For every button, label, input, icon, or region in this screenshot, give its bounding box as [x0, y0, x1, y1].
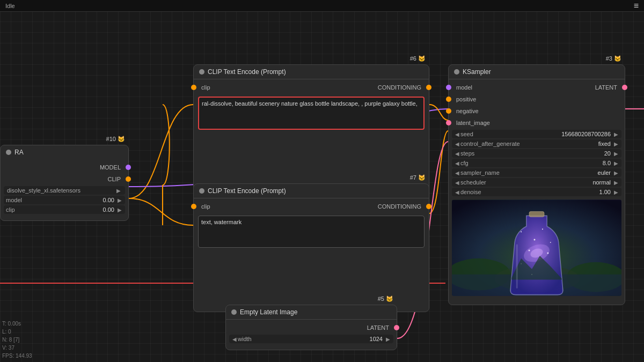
latent-status-dot: [231, 309, 237, 315]
ksampler-badge: #3 🐱: [606, 55, 621, 62]
latent-width-left-arrow[interactable]: ◀: [231, 336, 238, 342]
loader-model-ctrl-value: 0.00: [103, 197, 114, 203]
svg-point-8: [534, 239, 536, 241]
ksampler-scheduler-right-arrow[interactable]: ▶: [613, 180, 619, 186]
ksampler-sampler-control[interactable]: ◀ sampler_name euler ▶: [452, 168, 621, 177]
ksampler-positive-port: positive: [449, 93, 625, 105]
clip-neg-status-dot: [199, 188, 204, 194]
latent-width-value: 1024: [370, 336, 383, 342]
ksampler-seed-label: seed: [460, 131, 559, 137]
svg-point-10: [550, 242, 551, 243]
ksampler-control-after-generate[interactable]: ◀ control_after_generate fixed ▶: [452, 139, 621, 148]
ksampler-sampler-right-arrow[interactable]: ▶: [613, 170, 619, 176]
ksampler-scheduler-control[interactable]: ◀ scheduler normal ▶: [452, 178, 621, 187]
ksampler-steps-right-arrow[interactable]: ▶: [613, 151, 619, 157]
clip-negative-node: #7 🐱 CLIP Text Encode (Prompt) clip COND…: [193, 183, 429, 312]
ksampler-denoise-left-arrow[interactable]: ◀: [454, 189, 460, 195]
ksampler-denoise-value: 1.00: [599, 189, 611, 195]
clip-neg-cond-out-dot[interactable]: [426, 204, 431, 209]
latent-out-label: LATENT: [363, 324, 397, 331]
ksampler-cfg-control[interactable]: ◀ cfg 8.0 ▶: [452, 159, 621, 167]
status-l: L: 0: [2, 328, 32, 336]
ksampler-header: KSampler: [449, 65, 625, 79]
clip-pos-clip-in-dot[interactable]: [191, 85, 196, 90]
ksampler-node: #3 🐱 KSampler model LATENT positive nega…: [448, 64, 625, 305]
ksampler-cag-left-arrow[interactable]: ◀: [454, 141, 460, 147]
clip-pos-cond-out-dot[interactable]: [426, 85, 431, 90]
ksampler-cag-right-arrow[interactable]: ▶: [613, 141, 619, 147]
loader-model-out-dot[interactable]: [126, 165, 131, 170]
ksampler-negative-port: negative: [449, 105, 625, 117]
latent-width-right-arrow[interactable]: ▶: [385, 336, 391, 342]
ksampler-steps-control[interactable]: ◀ steps 20 ▶: [452, 149, 621, 158]
ksampler-cfg-label: cfg: [460, 160, 601, 166]
ksampler-model-in-dot[interactable]: [446, 85, 451, 90]
ksampler-title: KSampler: [463, 68, 491, 76]
loader-status-dot: [6, 150, 11, 155]
loader-model-ctrl-label: model: [6, 197, 101, 203]
ksampler-model-port: model LATENT: [449, 82, 625, 93]
status-v: V: 37: [2, 344, 32, 352]
latent-width-control[interactable]: ◀ width 1024 ▶: [229, 335, 393, 343]
clip-neg-header: CLIP Text Encode (Prompt): [194, 184, 429, 198]
clip-neg-badge: #7 🐱: [410, 174, 426, 181]
ksampler-steps-label: steps: [460, 150, 602, 157]
ksampler-steps-left-arrow[interactable]: ◀: [454, 151, 460, 157]
clip-pos-prompt-textarea[interactable]: [198, 97, 425, 130]
clip-pos-status-dot: [199, 69, 204, 75]
loader-model-port: MODEL: [1, 161, 128, 173]
ksampler-preview: [452, 200, 621, 296]
ksampler-steps-value: 20: [604, 150, 611, 157]
status-n: N: 8 [7]: [2, 336, 32, 344]
latent-out-dot[interactable]: [394, 325, 399, 330]
ksampler-sampler-left-arrow[interactable]: ◀: [454, 170, 460, 176]
ksampler-denoise-right-arrow[interactable]: ▶: [613, 189, 619, 195]
loader-node: #10 🐱 RA MODEL CLIP disolve_style_xl.saf…: [0, 145, 129, 221]
clip-pos-in-port: clip CONDITIONING: [194, 82, 429, 93]
menu-icon[interactable]: ≡: [634, 1, 639, 11]
clip-neg-in-port: clip CONDITIONING: [194, 201, 429, 212]
app-title: Idle: [5, 3, 15, 9]
ksampler-denoise-control[interactable]: ◀ denoise 1.00 ▶: [452, 188, 621, 196]
ksampler-cag-value: fixed: [598, 141, 611, 147]
ksampler-seed-right-arrow[interactable]: ▶: [613, 131, 619, 137]
clip-pos-clip-in-label: clip: [194, 84, 215, 91]
loader-clip-out-dot[interactable]: [126, 176, 131, 182]
ksampler-cfg-right-arrow[interactable]: ▶: [613, 160, 619, 166]
latent-header: Empty Latent Image: [226, 305, 397, 320]
loader-model-ctrl-arrow[interactable]: ▶: [116, 197, 123, 203]
ksampler-seed-control[interactable]: ◀ seed 156680208700286 ▶: [452, 130, 621, 138]
ksampler-sampler-label: sampler_name: [460, 169, 596, 176]
loader-model-control: model 0.00 ▶: [4, 196, 125, 204]
ksampler-positive-in-label: positive: [449, 96, 480, 102]
svg-point-7: [521, 231, 522, 232]
ksampler-denoise-label: denoise: [460, 189, 597, 195]
clip-neg-cond-out-label: CONDITIONING: [374, 203, 429, 210]
loader-clip-ctrl-label: clip: [6, 206, 101, 213]
loader-badge: #10 🐱: [106, 136, 125, 143]
ksampler-latent-out-dot[interactable]: [622, 85, 627, 90]
ksampler-seed-left-arrow[interactable]: ◀: [454, 131, 460, 137]
ksampler-positive-in-dot[interactable]: [446, 97, 451, 102]
clip-neg-clip-in-label: clip: [194, 203, 215, 210]
status-fps: FPS: 144.93: [2, 352, 32, 360]
ksampler-cfg-left-arrow[interactable]: ◀: [454, 160, 460, 166]
loader-model-select[interactable]: disolve_style_xl.safetensors ▶: [4, 186, 125, 195]
ksampler-cag-label: control_after_generate: [460, 141, 596, 147]
clip-positive-node: #6 🐱 CLIP Text Encode (Prompt) clip COND…: [193, 64, 429, 194]
ksampler-latent-in-dot[interactable]: [446, 120, 451, 125]
ksampler-seed-value: 156680208700286: [561, 131, 611, 137]
loader-clip-ctrl-value: 0.00: [103, 206, 114, 213]
loader-header: RA: [1, 145, 128, 159]
clip-neg-prompt-textarea[interactable]: [198, 216, 425, 248]
clip-pos-badge: #6 🐱: [410, 55, 426, 62]
loader-clip-ctrl-arrow[interactable]: ▶: [116, 207, 123, 213]
svg-rect-18: [529, 211, 544, 217]
ksampler-negative-in-dot[interactable]: [446, 108, 451, 114]
loader-clip-control: clip 0.00 ▶: [4, 205, 125, 214]
clip-neg-clip-in-dot[interactable]: [191, 204, 196, 209]
ksampler-scheduler-left-arrow[interactable]: ◀: [454, 180, 460, 186]
ksampler-scheduler-label: scheduler: [460, 179, 590, 186]
loader-model-arrow[interactable]: ▶: [115, 188, 122, 194]
clip-neg-title: CLIP Text Encode (Prompt): [208, 187, 286, 195]
